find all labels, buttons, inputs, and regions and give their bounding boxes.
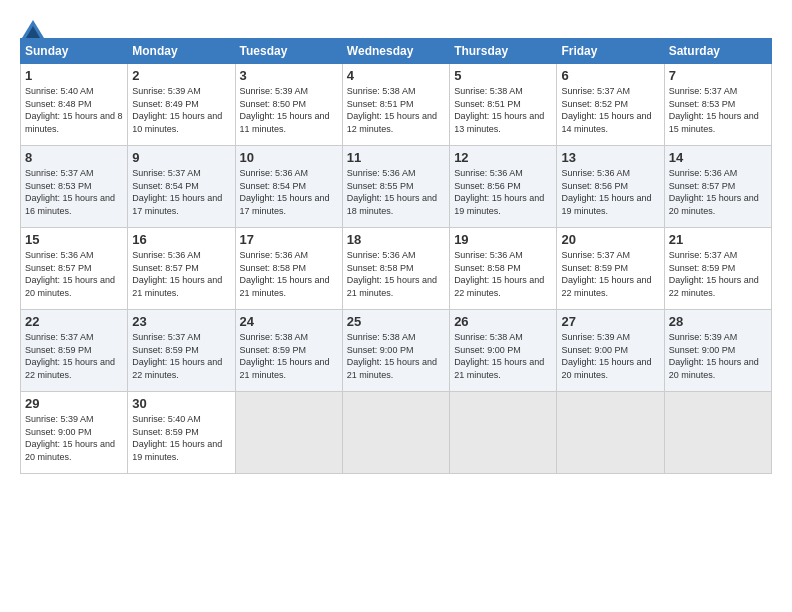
day-number: 21	[669, 232, 767, 247]
day-info: Sunrise: 5:36 AMSunset: 8:58 PMDaylight:…	[454, 249, 552, 299]
day-number: 24	[240, 314, 338, 329]
day-info: Sunrise: 5:37 AMSunset: 8:59 PMDaylight:…	[25, 331, 123, 381]
day-info: Sunrise: 5:37 AMSunset: 8:52 PMDaylight:…	[561, 85, 659, 135]
day-info: Sunrise: 5:36 AMSunset: 8:57 PMDaylight:…	[25, 249, 123, 299]
logo	[20, 18, 44, 32]
day-number: 11	[347, 150, 445, 165]
day-info: Sunrise: 5:39 AMSunset: 9:00 PMDaylight:…	[669, 331, 767, 381]
day-info: Sunrise: 5:36 AMSunset: 8:57 PMDaylight:…	[132, 249, 230, 299]
calendar-week-row: 8Sunrise: 5:37 AMSunset: 8:53 PMDaylight…	[21, 146, 772, 228]
calendar-week-row: 1Sunrise: 5:40 AMSunset: 8:48 PMDaylight…	[21, 64, 772, 146]
day-header-sunday: Sunday	[21, 39, 128, 64]
calendar-cell: 16Sunrise: 5:36 AMSunset: 8:57 PMDayligh…	[128, 228, 235, 310]
day-number: 16	[132, 232, 230, 247]
calendar-cell: 27Sunrise: 5:39 AMSunset: 9:00 PMDayligh…	[557, 310, 664, 392]
calendar-cell: 10Sunrise: 5:36 AMSunset: 8:54 PMDayligh…	[235, 146, 342, 228]
calendar-cell: 30Sunrise: 5:40 AMSunset: 8:59 PMDayligh…	[128, 392, 235, 474]
day-info: Sunrise: 5:38 AMSunset: 9:00 PMDaylight:…	[454, 331, 552, 381]
day-header-wednesday: Wednesday	[342, 39, 449, 64]
calendar-cell: 19Sunrise: 5:36 AMSunset: 8:58 PMDayligh…	[450, 228, 557, 310]
day-info: Sunrise: 5:37 AMSunset: 8:59 PMDaylight:…	[132, 331, 230, 381]
day-number: 14	[669, 150, 767, 165]
calendar-cell: 20Sunrise: 5:37 AMSunset: 8:59 PMDayligh…	[557, 228, 664, 310]
calendar-cell: 8Sunrise: 5:37 AMSunset: 8:53 PMDaylight…	[21, 146, 128, 228]
day-info: Sunrise: 5:36 AMSunset: 8:56 PMDaylight:…	[561, 167, 659, 217]
calendar-cell: 2Sunrise: 5:39 AMSunset: 8:49 PMDaylight…	[128, 64, 235, 146]
calendar-cell: 25Sunrise: 5:38 AMSunset: 9:00 PMDayligh…	[342, 310, 449, 392]
day-info: Sunrise: 5:38 AMSunset: 8:59 PMDaylight:…	[240, 331, 338, 381]
day-header-thursday: Thursday	[450, 39, 557, 64]
calendar-cell: 5Sunrise: 5:38 AMSunset: 8:51 PMDaylight…	[450, 64, 557, 146]
day-info: Sunrise: 5:36 AMSunset: 8:54 PMDaylight:…	[240, 167, 338, 217]
day-info: Sunrise: 5:37 AMSunset: 8:53 PMDaylight:…	[669, 85, 767, 135]
calendar-cell: 4Sunrise: 5:38 AMSunset: 8:51 PMDaylight…	[342, 64, 449, 146]
calendar-cell: 11Sunrise: 5:36 AMSunset: 8:55 PMDayligh…	[342, 146, 449, 228]
day-number: 26	[454, 314, 552, 329]
calendar-cell: 18Sunrise: 5:36 AMSunset: 8:58 PMDayligh…	[342, 228, 449, 310]
day-number: 27	[561, 314, 659, 329]
calendar-cell: 3Sunrise: 5:39 AMSunset: 8:50 PMDaylight…	[235, 64, 342, 146]
day-number: 15	[25, 232, 123, 247]
day-number: 25	[347, 314, 445, 329]
calendar-cell: 22Sunrise: 5:37 AMSunset: 8:59 PMDayligh…	[21, 310, 128, 392]
day-header-friday: Friday	[557, 39, 664, 64]
day-number: 28	[669, 314, 767, 329]
day-info: Sunrise: 5:36 AMSunset: 8:57 PMDaylight:…	[669, 167, 767, 217]
calendar-cell: 14Sunrise: 5:36 AMSunset: 8:57 PMDayligh…	[664, 146, 771, 228]
day-number: 18	[347, 232, 445, 247]
day-info: Sunrise: 5:39 AMSunset: 8:49 PMDaylight:…	[132, 85, 230, 135]
day-number: 7	[669, 68, 767, 83]
calendar-cell: 17Sunrise: 5:36 AMSunset: 8:58 PMDayligh…	[235, 228, 342, 310]
day-info: Sunrise: 5:40 AMSunset: 8:48 PMDaylight:…	[25, 85, 123, 135]
day-info: Sunrise: 5:37 AMSunset: 8:54 PMDaylight:…	[132, 167, 230, 217]
calendar-week-row: 22Sunrise: 5:37 AMSunset: 8:59 PMDayligh…	[21, 310, 772, 392]
calendar-week-row: 15Sunrise: 5:36 AMSunset: 8:57 PMDayligh…	[21, 228, 772, 310]
day-info: Sunrise: 5:39 AMSunset: 8:50 PMDaylight:…	[240, 85, 338, 135]
day-header-monday: Monday	[128, 39, 235, 64]
day-number: 2	[132, 68, 230, 83]
calendar-cell	[557, 392, 664, 474]
day-number: 23	[132, 314, 230, 329]
calendar-cell	[450, 392, 557, 474]
calendar-cell: 29Sunrise: 5:39 AMSunset: 9:00 PMDayligh…	[21, 392, 128, 474]
day-number: 13	[561, 150, 659, 165]
calendar-cell	[664, 392, 771, 474]
day-info: Sunrise: 5:36 AMSunset: 8:58 PMDaylight:…	[240, 249, 338, 299]
day-number: 20	[561, 232, 659, 247]
day-info: Sunrise: 5:36 AMSunset: 8:56 PMDaylight:…	[454, 167, 552, 217]
calendar-cell: 12Sunrise: 5:36 AMSunset: 8:56 PMDayligh…	[450, 146, 557, 228]
day-number: 10	[240, 150, 338, 165]
day-number: 17	[240, 232, 338, 247]
calendar-header-row: SundayMondayTuesdayWednesdayThursdayFrid…	[21, 39, 772, 64]
day-info: Sunrise: 5:36 AMSunset: 8:58 PMDaylight:…	[347, 249, 445, 299]
day-number: 5	[454, 68, 552, 83]
day-info: Sunrise: 5:39 AMSunset: 9:00 PMDaylight:…	[25, 413, 123, 463]
calendar-cell: 1Sunrise: 5:40 AMSunset: 8:48 PMDaylight…	[21, 64, 128, 146]
day-number: 8	[25, 150, 123, 165]
day-info: Sunrise: 5:38 AMSunset: 9:00 PMDaylight:…	[347, 331, 445, 381]
calendar-cell	[235, 392, 342, 474]
calendar-cell: 24Sunrise: 5:38 AMSunset: 8:59 PMDayligh…	[235, 310, 342, 392]
day-number: 12	[454, 150, 552, 165]
calendar-cell	[342, 392, 449, 474]
day-number: 30	[132, 396, 230, 411]
day-number: 29	[25, 396, 123, 411]
logo-icon	[22, 20, 44, 38]
header	[20, 18, 772, 32]
calendar-cell: 23Sunrise: 5:37 AMSunset: 8:59 PMDayligh…	[128, 310, 235, 392]
page: SundayMondayTuesdayWednesdayThursdayFrid…	[0, 0, 792, 484]
calendar-cell: 6Sunrise: 5:37 AMSunset: 8:52 PMDaylight…	[557, 64, 664, 146]
calendar-cell: 9Sunrise: 5:37 AMSunset: 8:54 PMDaylight…	[128, 146, 235, 228]
calendar-cell: 21Sunrise: 5:37 AMSunset: 8:59 PMDayligh…	[664, 228, 771, 310]
day-number: 22	[25, 314, 123, 329]
calendar-cell: 7Sunrise: 5:37 AMSunset: 8:53 PMDaylight…	[664, 64, 771, 146]
day-number: 9	[132, 150, 230, 165]
calendar-cell: 15Sunrise: 5:36 AMSunset: 8:57 PMDayligh…	[21, 228, 128, 310]
day-number: 19	[454, 232, 552, 247]
day-info: Sunrise: 5:38 AMSunset: 8:51 PMDaylight:…	[454, 85, 552, 135]
day-header-tuesday: Tuesday	[235, 39, 342, 64]
day-header-saturday: Saturday	[664, 39, 771, 64]
day-info: Sunrise: 5:37 AMSunset: 8:59 PMDaylight:…	[561, 249, 659, 299]
calendar-table: SundayMondayTuesdayWednesdayThursdayFrid…	[20, 38, 772, 474]
calendar-cell: 26Sunrise: 5:38 AMSunset: 9:00 PMDayligh…	[450, 310, 557, 392]
